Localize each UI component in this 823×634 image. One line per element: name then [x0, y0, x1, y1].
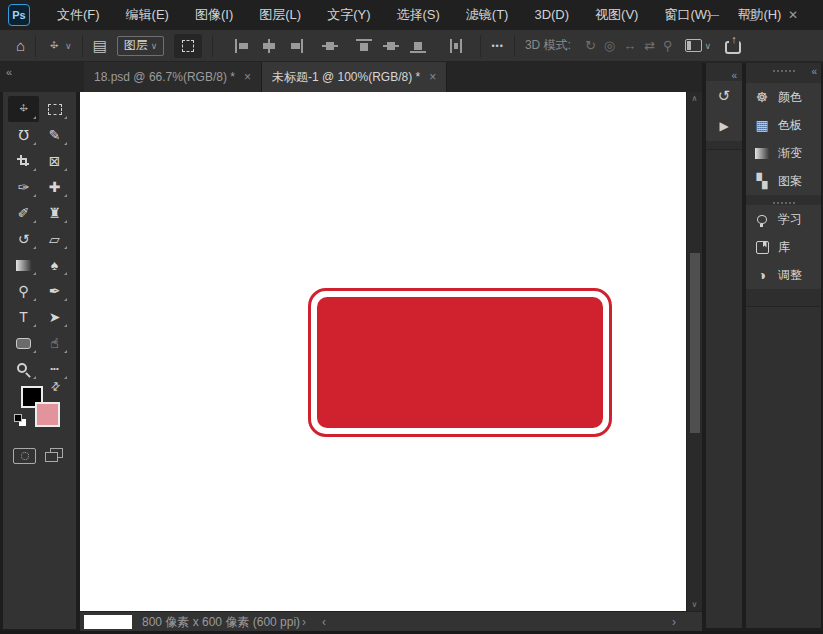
- menu-3d[interactable]: 3D(D): [521, 0, 582, 30]
- close-tab-icon[interactable]: ×: [244, 70, 251, 84]
- home-icon[interactable]: ⌂: [16, 37, 25, 54]
- panel-item-swatches[interactable]: ▦ 色板: [746, 111, 821, 139]
- vertical-scrollbar-thumb[interactable]: [690, 253, 700, 433]
- auto-select-layers-icon[interactable]: ▤: [93, 37, 107, 55]
- 3d-orbit-icon[interactable]: ↻: [585, 38, 596, 53]
- type-tool[interactable]: T: [8, 304, 39, 330]
- chevron-down-icon[interactable]: ∨: [65, 41, 72, 51]
- eraser-tool[interactable]: ▱: [39, 226, 70, 252]
- screen-mode-button[interactable]: [45, 447, 65, 464]
- spot-healing-brush-tool[interactable]: ✚: [39, 174, 70, 200]
- path-selection-icon: ➤: [49, 310, 61, 324]
- collapse-panels-icon[interactable]: «: [731, 70, 737, 81]
- zoom-tool[interactable]: [8, 356, 39, 382]
- distribute-vertical-icon[interactable]: [448, 39, 464, 53]
- scroll-right-arrow[interactable]: ›: [672, 612, 676, 632]
- quick-mask-button[interactable]: [13, 448, 36, 464]
- close-tab-icon[interactable]: ×: [429, 70, 436, 84]
- panel-item-libraries[interactable]: 库: [746, 233, 821, 261]
- shape-tool[interactable]: [8, 330, 39, 356]
- menu-type[interactable]: 文字(Y): [314, 0, 383, 30]
- 3d-roll-icon[interactable]: ◎: [604, 38, 615, 53]
- align-middle-icon[interactable]: [383, 39, 399, 53]
- drag-handle[interactable]: [773, 202, 795, 204]
- quick-selection-tool[interactable]: ✎: [39, 122, 70, 148]
- vertical-scrollbar[interactable]: ∧ ∨: [686, 92, 702, 611]
- panel-gap: [746, 195, 821, 205]
- share-icon[interactable]: ↑: [725, 41, 741, 54]
- background-color-swatch[interactable]: [35, 402, 60, 427]
- pen-icon: ✒: [49, 284, 61, 298]
- menu-file[interactable]: 文件(F): [44, 0, 113, 30]
- menu-view[interactable]: 视图(V): [582, 0, 651, 30]
- auto-select-layer-dropdown[interactable]: 图层 ∨: [117, 36, 165, 56]
- history-panel-button[interactable]: ↺: [706, 81, 742, 111]
- 3d-zoom-icon[interactable]: ⚲: [663, 38, 673, 53]
- more-options-icon[interactable]: •••: [491, 41, 503, 51]
- menu-layer[interactable]: 图层(L): [246, 0, 314, 30]
- tab-untitled-1[interactable]: 未标题-1 @ 100%(RGB/8) * ×: [262, 62, 447, 92]
- tab-18psd[interactable]: 18.psd @ 66.7%(RGB/8) * ×: [84, 62, 262, 92]
- gradient-tool[interactable]: [8, 252, 39, 278]
- frame-icon: ⊠: [49, 154, 61, 168]
- default-colors-icon[interactable]: [14, 414, 27, 427]
- history-brush-tool[interactable]: ↺: [8, 226, 39, 252]
- path-selection-tool[interactable]: ➤: [39, 304, 70, 330]
- align-horizontal-centers-icon[interactable]: [261, 39, 277, 53]
- frame-tool[interactable]: ⊠: [39, 148, 70, 174]
- align-left-edges-icon[interactable]: [234, 39, 250, 53]
- crop-tool[interactable]: [8, 148, 39, 174]
- pen-tool[interactable]: ✒: [39, 278, 70, 304]
- scroll-down-arrow[interactable]: ∨: [687, 600, 702, 609]
- dodge-tool[interactable]: ⚲: [8, 278, 39, 304]
- separator: [480, 35, 481, 57]
- show-transform-controls-toggle[interactable]: [174, 34, 202, 58]
- panel-header: «: [746, 63, 821, 83]
- menu-filter[interactable]: 滤镜(T): [453, 0, 522, 30]
- 3d-slide-icon[interactable]: ⇄: [644, 38, 655, 53]
- align-right-edges-icon[interactable]: [288, 39, 304, 53]
- layer-dropdown-value: 图层: [124, 37, 148, 54]
- scroll-up-arrow[interactable]: ∧: [687, 94, 702, 103]
- panel-item-gradients[interactable]: 渐变: [746, 139, 821, 167]
- chevron-down-icon: ∨: [151, 41, 158, 51]
- collapse-toolbar-icon[interactable]: «: [6, 66, 12, 78]
- separator: [82, 35, 83, 57]
- clone-stamp-tool[interactable]: ♜: [39, 200, 70, 226]
- lasso-icon: ℧: [18, 128, 29, 142]
- align-top-edges-icon[interactable]: [356, 39, 372, 53]
- workspace-switcher-icon[interactable]: [685, 39, 702, 52]
- swap-colors-icon[interactable]: ⇄: [48, 379, 64, 395]
- lasso-tool[interactable]: ℧: [8, 122, 39, 148]
- dodge-icon: ⚲: [18, 284, 28, 298]
- eyedropper-tool[interactable]: ✑: [8, 174, 39, 200]
- brush-tool[interactable]: ✐: [8, 200, 39, 226]
- document-canvas[interactable]: [80, 92, 686, 611]
- panel-item-patterns[interactable]: ▚ 图案: [746, 167, 821, 195]
- hand-tool[interactable]: ☝: [39, 330, 70, 356]
- brush-icon: ✐: [18, 206, 30, 220]
- menu-image[interactable]: 图像(I): [182, 0, 246, 30]
- zoom-percentage-field[interactable]: [84, 615, 132, 629]
- move-tool[interactable]: ↔↕: [8, 96, 39, 122]
- menu-select[interactable]: 选择(S): [383, 0, 452, 30]
- maximize-button[interactable]: ▢: [733, 0, 773, 30]
- close-button[interactable]: ✕: [773, 0, 813, 30]
- 3d-pan-icon[interactable]: ↔: [623, 38, 636, 53]
- status-expand-icon[interactable]: ›: [302, 612, 306, 632]
- scroll-left-arrow[interactable]: ‹: [322, 612, 326, 632]
- move-tool-icon[interactable]: ↔↕: [46, 38, 62, 54]
- actions-panel-button[interactable]: ▶: [706, 111, 742, 141]
- blur-tool[interactable]: ♠: [39, 252, 70, 278]
- rectangular-marquee-tool[interactable]: [39, 96, 70, 122]
- align-vertical-centers-icon[interactable]: [322, 39, 338, 53]
- panel-item-learn[interactable]: 学习: [746, 205, 821, 233]
- panel-item-color[interactable]: ☸ 颜色: [746, 83, 821, 111]
- collapse-panels-icon[interactable]: «: [811, 66, 817, 77]
- chevron-down-icon[interactable]: ∨: [705, 41, 712, 51]
- align-bottom-edges-icon[interactable]: [410, 39, 426, 53]
- drag-handle[interactable]: [773, 70, 795, 72]
- minimize-button[interactable]: —: [693, 0, 733, 30]
- menu-edit[interactable]: 编辑(E): [113, 0, 182, 30]
- panel-item-adjustments[interactable]: ◑ 调整: [746, 261, 821, 289]
